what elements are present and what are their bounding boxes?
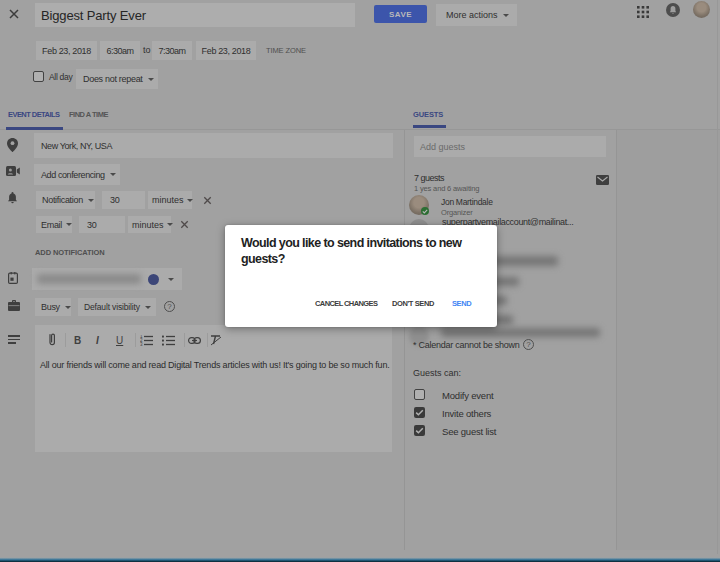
svg-text:3: 3 xyxy=(140,342,143,346)
